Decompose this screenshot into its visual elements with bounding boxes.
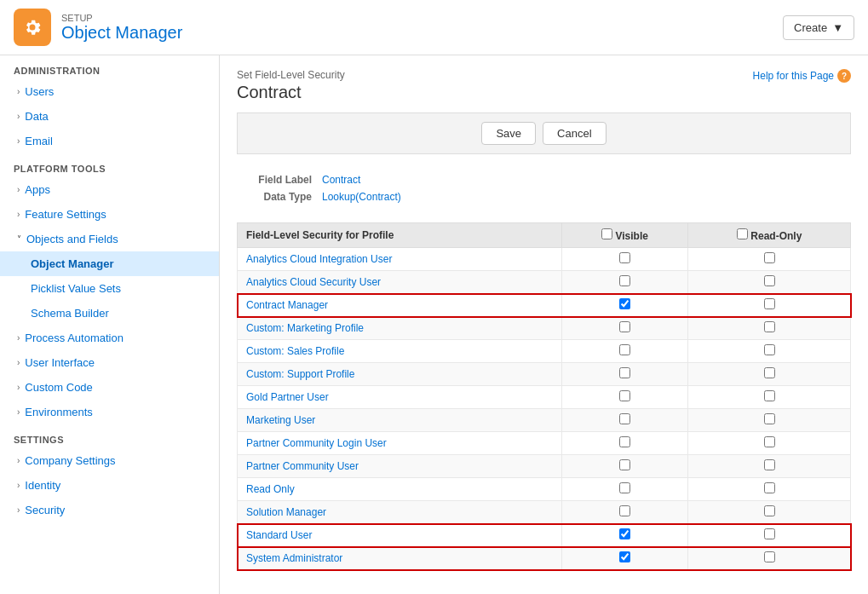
- chevron-right-icon: ›: [17, 407, 20, 417]
- sidebar-item-picklist-value-sets[interactable]: Picklist Value Sets: [0, 276, 219, 301]
- sidebar-item-security[interactable]: › Security: [0, 498, 219, 522]
- profile-link[interactable]: Contract Manager: [246, 299, 328, 311]
- profile-link[interactable]: Custom: Marketing Profile: [246, 322, 364, 334]
- visible-cell: [561, 248, 688, 271]
- visible-checkbox[interactable]: [619, 252, 630, 263]
- sidebar-item-object-manager[interactable]: Object Manager: [0, 251, 219, 276]
- profile-link[interactable]: Partner Community User: [246, 460, 359, 472]
- readonly-checkbox[interactable]: [764, 482, 775, 493]
- visible-cell: [561, 524, 688, 547]
- readonly-checkbox[interactable]: [764, 367, 775, 378]
- sidebar-item-user-interface[interactable]: › User Interface: [0, 350, 219, 375]
- readonly-checkbox[interactable]: [764, 413, 775, 424]
- profile-link[interactable]: Analytics Cloud Security User: [246, 276, 381, 288]
- visible-checkbox[interactable]: [619, 459, 630, 470]
- visible-checkbox[interactable]: [619, 505, 630, 516]
- profile-name: System Administrator: [238, 547, 562, 570]
- readonly-checkbox[interactable]: [764, 528, 775, 539]
- col-profile: Field-Level Security for Profile: [238, 223, 562, 248]
- visible-checkbox[interactable]: [619, 275, 630, 286]
- profile-link[interactable]: Read Only: [246, 483, 295, 495]
- readonly-cell: [688, 409, 851, 432]
- readonly-cell: [688, 317, 851, 340]
- sidebar-item-schema-builder[interactable]: Schema Builder: [0, 301, 219, 326]
- visible-cell: [561, 547, 688, 570]
- readonly-checkbox[interactable]: [764, 252, 775, 263]
- visible-checkbox[interactable]: [619, 390, 630, 401]
- readonly-cell: [688, 340, 851, 363]
- profile-link[interactable]: Solution Manager: [246, 506, 326, 518]
- profile-name: Analytics Cloud Security User: [238, 271, 562, 294]
- main-layout: ADMINISTRATION › Users › Data › Email PL…: [0, 55, 868, 594]
- readonly-all-checkbox[interactable]: [737, 228, 748, 239]
- readonly-checkbox[interactable]: [764, 551, 775, 562]
- visible-checkbox[interactable]: [619, 528, 630, 539]
- profile-name: Read Only: [238, 478, 562, 501]
- readonly-checkbox[interactable]: [764, 505, 775, 516]
- sidebar-item-custom-code[interactable]: › Custom Code: [0, 375, 219, 400]
- sidebar-item-users[interactable]: › Users: [0, 79, 219, 104]
- table-row: Contract Manager: [238, 294, 851, 317]
- visible-checkbox[interactable]: [619, 367, 630, 378]
- top-header: SETUP Object Manager Create ▼: [0, 0, 868, 55]
- field-label-value: Contract: [322, 174, 360, 186]
- profile-link[interactable]: System Administrator: [246, 552, 342, 564]
- sidebar-item-process-automation[interactable]: › Process Automation: [0, 326, 219, 350]
- visible-checkbox[interactable]: [619, 551, 630, 562]
- data-type-value: Lookup(Contract): [322, 191, 401, 203]
- action-bar: Save Cancel: [237, 112, 851, 154]
- readonly-checkbox[interactable]: [764, 459, 775, 470]
- col-readonly: Read-Only: [688, 223, 851, 248]
- chevron-down-icon: ˅: [17, 234, 21, 244]
- table-row: Partner Community Login User: [238, 432, 851, 455]
- sidebar-item-environments[interactable]: › Environments: [0, 400, 219, 424]
- cancel-button[interactable]: Cancel: [543, 122, 606, 145]
- readonly-checkbox[interactable]: [764, 275, 775, 286]
- chevron-right-icon: ›: [17, 333, 20, 343]
- profile-link[interactable]: Standard User: [246, 529, 312, 541]
- readonly-checkbox[interactable]: [764, 390, 775, 401]
- readonly-cell: [688, 524, 851, 547]
- sidebar-item-data[interactable]: › Data: [0, 104, 219, 129]
- visible-checkbox[interactable]: [619, 298, 630, 309]
- sidebar-item-email[interactable]: › Email: [0, 129, 219, 153]
- visible-checkbox[interactable]: [619, 344, 630, 355]
- visible-cell: [561, 363, 688, 386]
- profile-link[interactable]: Custom: Sales Profile: [246, 345, 344, 357]
- sidebar-item-objects-and-fields[interactable]: ˅ Objects and Fields: [0, 227, 219, 251]
- profile-link[interactable]: Analytics Cloud Integration User: [246, 253, 392, 265]
- readonly-checkbox[interactable]: [764, 298, 775, 309]
- sidebar-item-apps[interactable]: › Apps: [0, 177, 219, 202]
- profile-link[interactable]: Marketing User: [246, 414, 315, 426]
- data-type-key: Data Type: [237, 191, 322, 203]
- profile-link[interactable]: Partner Community Login User: [246, 437, 387, 449]
- visible-checkbox[interactable]: [619, 321, 630, 332]
- settings-section-title: SETTINGS: [0, 424, 219, 448]
- sidebar-item-identity[interactable]: › Identity: [0, 473, 219, 498]
- readonly-checkbox[interactable]: [764, 436, 775, 447]
- readonly-checkbox[interactable]: [764, 344, 775, 355]
- profile-link[interactable]: Custom: Support Profile: [246, 368, 354, 380]
- help-link[interactable]: Help for this Page ?: [753, 69, 851, 83]
- sidebar-item-feature-settings[interactable]: › Feature Settings: [0, 202, 219, 227]
- chevron-right-icon: ›: [17, 210, 20, 219]
- profile-link[interactable]: Gold Partner User: [246, 391, 329, 403]
- create-button[interactable]: Create ▼: [783, 15, 854, 40]
- visible-checkbox[interactable]: [619, 482, 630, 493]
- field-label-row: Field Label Contract: [237, 171, 851, 188]
- sidebar-item-company-settings[interactable]: › Company Settings: [0, 448, 219, 473]
- save-button[interactable]: Save: [481, 122, 536, 145]
- breadcrumb: Set Field-Level Security: [237, 69, 345, 81]
- visible-checkbox[interactable]: [619, 436, 630, 447]
- chevron-right-icon: ›: [17, 136, 20, 146]
- chevron-right-icon: ›: [17, 383, 20, 392]
- readonly-cell: [688, 386, 851, 409]
- visible-checkbox[interactable]: [619, 413, 630, 424]
- visible-all-checkbox[interactable]: [601, 228, 612, 239]
- readonly-cell: [688, 271, 851, 294]
- readonly-cell: [688, 363, 851, 386]
- profile-name: Custom: Support Profile: [238, 363, 562, 386]
- profile-name: Gold Partner User: [238, 386, 562, 409]
- readonly-checkbox[interactable]: [764, 321, 775, 332]
- table-row: Custom: Sales Profile: [238, 340, 851, 363]
